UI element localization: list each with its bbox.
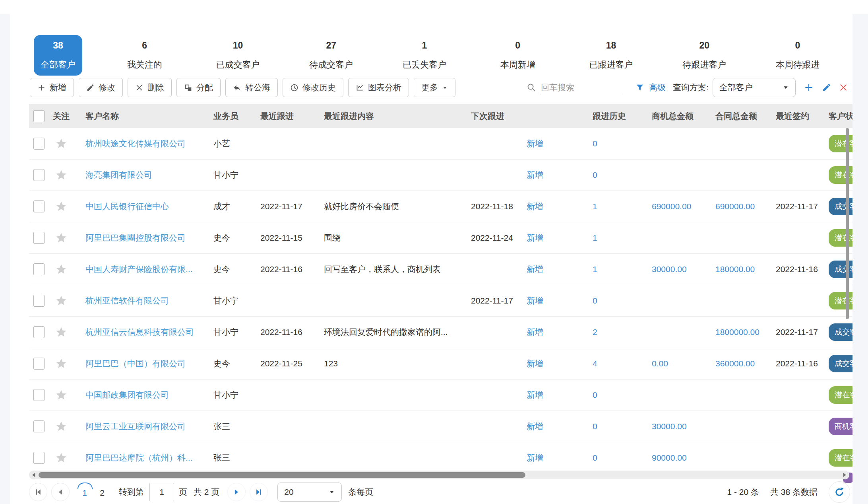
toolbar-button-5[interactable]: 修改历史	[283, 78, 343, 97]
select-all-checkbox[interactable]	[33, 110, 45, 122]
star-icon[interactable]	[55, 295, 67, 307]
follow-history-link[interactable]: 0	[593, 170, 597, 179]
next-page-button[interactable]	[227, 483, 246, 501]
star-icon[interactable]	[55, 358, 67, 370]
stats-tab-7[interactable]: 20待跟进客户	[673, 35, 735, 76]
star-icon[interactable]	[55, 452, 67, 464]
row-checkbox[interactable]	[33, 389, 45, 401]
scroll-right-icon[interactable]	[841, 472, 848, 478]
add-follow-link[interactable]: 新增	[527, 233, 543, 242]
opportunity-amount-link[interactable]: 30000.00	[652, 422, 687, 431]
customer-name-link[interactable]: 杭州亚信云信息科技有限公司	[85, 327, 194, 337]
add-follow-link[interactable]: 新增	[527, 453, 543, 462]
customer-name-link[interactable]: 阿里云工业互联网有限公司	[85, 422, 186, 431]
toolbar-button-3[interactable]: 分配	[176, 78, 221, 97]
scroll-left-icon[interactable]	[31, 472, 37, 478]
star-icon[interactable]	[55, 389, 67, 401]
customer-name-link[interactable]: 中国邮政集团有限公司	[85, 390, 169, 399]
horizontal-scrollbar-thumb[interactable]	[39, 472, 525, 478]
row-checkbox[interactable]	[33, 169, 45, 181]
follow-history-link[interactable]: 1	[593, 233, 597, 242]
contract-amount-link[interactable]: 180000.00	[715, 265, 755, 274]
row-checkbox[interactable]	[33, 358, 45, 370]
edit-scheme-icon[interactable]	[822, 83, 831, 92]
query-scheme-select[interactable]: 全部客户	[713, 78, 796, 97]
toolbar-button-1[interactable]: 修改	[79, 78, 123, 97]
follow-history-link[interactable]: 1	[593, 202, 597, 211]
stats-tab-2[interactable]: 10已成交客户	[207, 35, 269, 76]
delete-scheme-icon[interactable]	[839, 83, 848, 92]
star-icon[interactable]	[55, 326, 67, 338]
last-page-button[interactable]	[250, 483, 268, 501]
follow-history-link[interactable]: 2	[593, 327, 597, 337]
star-icon[interactable]	[55, 232, 67, 244]
follow-history-link[interactable]: 4	[593, 359, 597, 368]
vertical-scrollbar[interactable]	[846, 128, 849, 319]
add-scheme-icon[interactable]	[804, 82, 814, 93]
follow-history-link[interactable]: 0	[593, 453, 597, 462]
follow-history-link[interactable]: 0	[593, 422, 597, 431]
stats-tab-4[interactable]: 1已丢失客户	[393, 35, 455, 76]
customer-name-link[interactable]: 阿里巴巴集團控股有限公司	[85, 233, 186, 242]
add-follow-link[interactable]: 新增	[527, 202, 543, 211]
customer-name-link[interactable]: 杭州亚信软件有限公司	[85, 296, 169, 305]
customer-name-link[interactable]: 杭州映途文化传媒有限公司	[85, 139, 186, 148]
star-icon[interactable]	[55, 263, 67, 275]
customer-name-link[interactable]: 海亮集团有限公司	[85, 170, 152, 179]
first-page-button[interactable]	[29, 483, 47, 501]
refresh-button[interactable]	[829, 481, 850, 503]
toolbar-button-4[interactable]: 转公海	[225, 78, 278, 97]
row-checkbox[interactable]	[33, 326, 45, 338]
row-checkbox[interactable]	[33, 420, 45, 432]
funnel-icon[interactable]	[636, 83, 644, 92]
star-icon[interactable]	[55, 420, 67, 432]
contract-amount-link[interactable]: 1800000.00	[715, 327, 760, 337]
opportunity-amount-link[interactable]: 690000.00	[652, 202, 691, 211]
opportunity-amount-link[interactable]: 0.00	[652, 359, 668, 368]
row-checkbox[interactable]	[33, 452, 45, 464]
toolbar-button-0[interactable]: 新增	[30, 78, 74, 97]
search-input[interactable]	[540, 81, 621, 94]
add-follow-link[interactable]: 新增	[527, 170, 543, 179]
add-follow-link[interactable]: 新增	[527, 139, 543, 148]
add-follow-link[interactable]: 新增	[527, 265, 543, 274]
toolbar-button-6[interactable]: 图表分析	[348, 78, 409, 97]
advanced-link[interactable]: 高级	[649, 82, 666, 93]
star-icon[interactable]	[55, 138, 67, 150]
stats-tab-1[interactable]: 6我关注的	[114, 35, 176, 76]
page-number-1[interactable]: 1	[76, 486, 93, 498]
star-icon[interactable]	[55, 200, 67, 212]
follow-history-link[interactable]: 0	[593, 139, 597, 148]
customer-name-link[interactable]: 阿里巴巴达摩院（杭州）科...	[85, 453, 193, 462]
contract-amount-link[interactable]: 690000.00	[715, 202, 755, 211]
row-checkbox[interactable]	[33, 200, 45, 212]
follow-history-link[interactable]: 1	[593, 265, 597, 274]
customer-name-link[interactable]: 中国人民银行征信中心	[85, 202, 169, 211]
row-checkbox[interactable]	[33, 263, 45, 275]
horizontal-scrollbar[interactable]	[29, 471, 849, 479]
page-number-2[interactable]: 2	[93, 486, 111, 498]
row-checkbox[interactable]	[33, 232, 45, 244]
row-checkbox[interactable]	[33, 295, 45, 307]
opportunity-amount-link[interactable]: 90000.00	[652, 453, 687, 462]
add-follow-link[interactable]: 新增	[527, 359, 543, 368]
stats-tab-5[interactable]: 0本周新增	[487, 35, 549, 76]
goto-page-input[interactable]	[149, 483, 174, 501]
opportunity-amount-link[interactable]: 30000.00	[652, 265, 687, 274]
toolbar-button-2[interactable]: 删除	[128, 78, 172, 97]
follow-history-link[interactable]: 0	[593, 296, 597, 305]
prev-page-button[interactable]	[51, 483, 70, 501]
customer-name-link[interactable]: 阿里巴巴（中国）有限公司	[85, 359, 186, 368]
add-follow-link[interactable]: 新增	[527, 296, 543, 305]
add-follow-link[interactable]: 新增	[527, 327, 543, 337]
customer-name-link[interactable]: 中国人寿财产保险股份有限...	[85, 265, 193, 274]
star-icon[interactable]	[55, 169, 67, 181]
row-checkbox[interactable]	[33, 138, 45, 150]
contract-amount-link[interactable]: 360000.00	[715, 359, 755, 368]
add-follow-link[interactable]: 新增	[527, 390, 543, 399]
toolbar-button-7[interactable]: 更多	[414, 78, 455, 97]
stats-tab-3[interactable]: 27待成交客户	[300, 35, 362, 76]
follow-history-link[interactable]: 0	[593, 390, 597, 399]
stats-tab-6[interactable]: 18已跟进客户	[580, 35, 642, 76]
page-size-select[interactable]: 20	[277, 483, 342, 502]
